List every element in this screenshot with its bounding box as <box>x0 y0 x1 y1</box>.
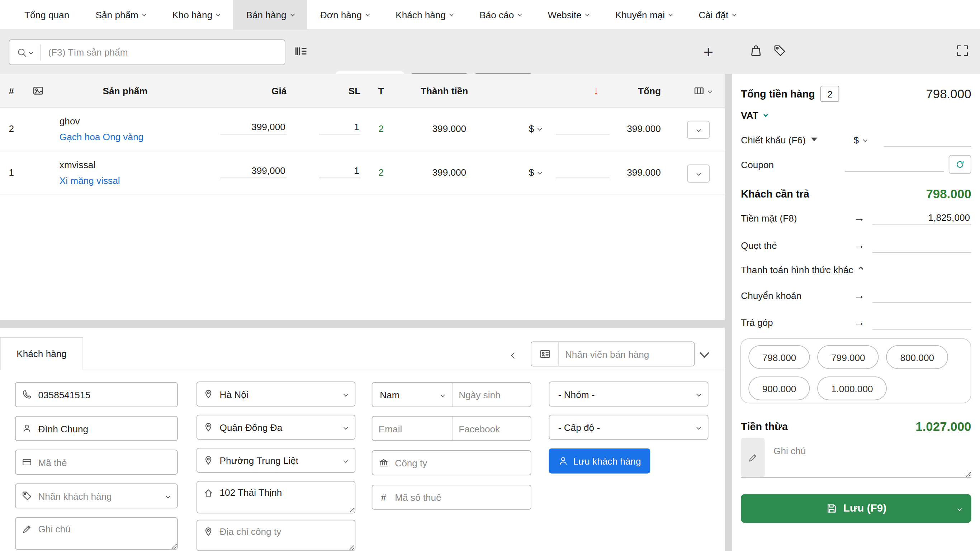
vat-row[interactable]: VAT <box>741 108 971 122</box>
customer-name-field[interactable] <box>15 416 178 441</box>
ward-select[interactable]: Phường Trung Liệt <box>197 448 355 473</box>
installment-label: Trả góp <box>741 317 853 328</box>
tab-customer[interactable]: Khách hàng <box>0 337 83 370</box>
product-name-link[interactable]: Xi măng vissal <box>59 175 120 186</box>
discount-selector[interactable]: Chiết khấu (F6) <box>741 134 853 145</box>
customer-panel-header: Khách hàng <box>0 328 725 370</box>
tag-icon[interactable] <box>773 44 786 57</box>
customer-name-input[interactable] <box>38 423 177 434</box>
district-select[interactable]: Quận Đống Đa <box>197 415 355 440</box>
customer-note-input[interactable] <box>38 518 177 549</box>
price-input[interactable] <box>220 163 286 178</box>
nav-promotions[interactable]: Khuyến mại <box>602 0 685 29</box>
search-input[interactable] <box>41 47 285 58</box>
quick-amount-chip[interactable]: 800.000 <box>886 345 948 369</box>
col-qty: SL <box>332 74 360 108</box>
discount-unit: $ <box>853 134 859 145</box>
phone-input[interactable] <box>38 389 177 400</box>
nav-products[interactable]: Sản phẩm <box>83 0 159 29</box>
cash-input[interactable] <box>872 210 971 225</box>
search-mode-selector[interactable] <box>10 44 41 60</box>
nav-warehouse[interactable]: Kho hàng <box>159 0 233 29</box>
product-code: xmvissal <box>59 160 95 170</box>
tax-code-input[interactable] <box>395 492 531 503</box>
address-field[interactable]: 102 Thái Thịnh <box>197 481 355 514</box>
invoice-note-input[interactable] <box>765 438 971 477</box>
nav-overview[interactable]: Tổng quan <box>11 0 82 29</box>
discount-unit-selector[interactable]: $ <box>853 134 883 145</box>
change-label: Tiền thừa <box>741 421 788 432</box>
facebook-input[interactable] <box>453 423 531 434</box>
arrow-right-icon[interactable]: → <box>853 316 872 329</box>
arrow-right-icon[interactable]: → <box>853 239 872 252</box>
card-code-input[interactable] <box>38 457 177 467</box>
company-address-field[interactable] <box>197 520 355 551</box>
bag-icon[interactable] <box>750 44 762 57</box>
company-input[interactable] <box>395 457 531 468</box>
fullscreen-icon[interactable] <box>956 44 969 57</box>
collapse-left-icon[interactable] <box>509 347 519 363</box>
expand-customer-icon[interactable] <box>701 348 708 359</box>
chevron-down-icon <box>538 126 542 130</box>
card-code-field[interactable] <box>15 449 178 475</box>
discount-unit-selector[interactable]: $ <box>529 123 542 134</box>
email-input[interactable] <box>372 423 452 434</box>
arrow-right-icon[interactable]: → <box>853 211 872 224</box>
discount-input[interactable] <box>556 119 609 135</box>
nav-sales[interactable]: Bán hàng <box>233 0 307 29</box>
quick-amount-chip[interactable]: 1.000.000 <box>818 376 887 400</box>
discount-amount-input[interactable] <box>883 132 971 147</box>
sort-down-icon[interactable]: ↓ <box>593 74 599 108</box>
nav-label: Tổng quan <box>24 10 69 20</box>
seller-input[interactable] <box>558 349 694 360</box>
nav-settings[interactable]: Cài đặt <box>686 0 749 29</box>
nav-website[interactable]: Website <box>535 0 602 29</box>
discount-row: Chiết khấu (F6) $ <box>741 130 971 149</box>
tax-code-field[interactable]: # <box>372 485 531 510</box>
discount-input[interactable] <box>556 163 609 178</box>
customer-note-field[interactable] <box>15 517 178 550</box>
city-select[interactable]: Hà Nội <box>197 381 355 407</box>
level-value: - Cấp độ - <box>549 422 697 433</box>
arrow-right-icon[interactable]: → <box>853 289 872 302</box>
refresh-coupon-button[interactable] <box>949 155 971 174</box>
level-select[interactable]: - Cấp độ - <box>549 415 708 440</box>
group-select[interactable]: - Nhóm - <box>549 381 708 407</box>
row-actions-button[interactable] <box>687 165 710 183</box>
nav-customers[interactable]: Khách hàng <box>383 0 466 29</box>
gender-select[interactable]: Nam <box>372 383 452 407</box>
quick-amount-chip[interactable]: 798.000 <box>748 345 810 369</box>
coupon-input[interactable] <box>845 157 944 172</box>
other-methods-row[interactable]: Thanh toán hình thức khác <box>741 261 971 278</box>
price-input[interactable] <box>220 119 286 135</box>
discount-unit: $ <box>529 123 534 134</box>
company-address-input[interactable] <box>220 521 355 551</box>
nav-orders[interactable]: Đơn hàng <box>307 0 382 29</box>
phone-field[interactable] <box>15 382 178 407</box>
new-invoice-button[interactable]: + <box>698 40 719 64</box>
company-field[interactable] <box>372 450 531 475</box>
nav-reports[interactable]: Báo cáo <box>466 0 535 29</box>
save-customer-button[interactable]: Lưu khách hàng <box>549 448 651 473</box>
card-swipe-input[interactable] <box>872 238 971 253</box>
birthday-input[interactable] <box>453 389 531 400</box>
barcode-list-icon[interactable] <box>294 44 308 58</box>
person-icon <box>558 456 568 466</box>
save-invoice-button[interactable]: Lưu (F9) <box>741 494 971 523</box>
city-value: Hà Nội <box>220 389 344 399</box>
qty-input[interactable] <box>319 163 360 178</box>
cash-row: Tiền mặt (F8) → <box>741 208 971 228</box>
address-input[interactable]: 102 Thái Thịnh <box>220 481 355 513</box>
chevron-down-icon <box>696 425 701 429</box>
quick-amount-chip[interactable]: 900.000 <box>748 376 810 400</box>
customer-tags-select[interactable]: Nhãn khách hàng <box>15 484 178 509</box>
installment-input[interactable] <box>872 315 971 330</box>
quick-amount-chip[interactable]: 799.000 <box>818 345 879 369</box>
row-actions-button[interactable] <box>687 121 710 139</box>
product-name-link[interactable]: Gạch hoa Ong vàng <box>59 131 143 142</box>
column-settings-button[interactable] <box>694 74 712 108</box>
transfer-input[interactable] <box>872 288 971 303</box>
discount-unit-selector[interactable]: $ <box>529 167 542 178</box>
qty-input[interactable] <box>319 119 360 135</box>
chevron-down-icon <box>290 11 294 16</box>
